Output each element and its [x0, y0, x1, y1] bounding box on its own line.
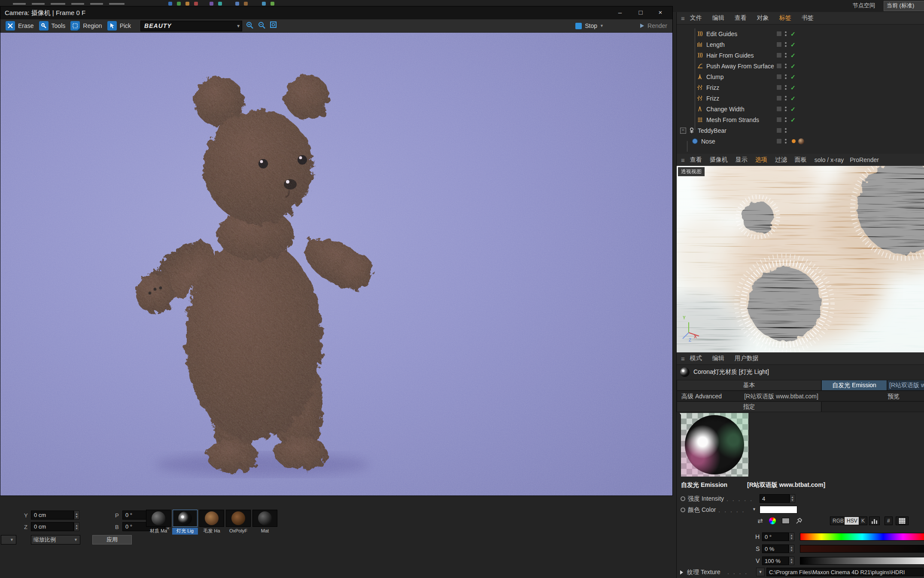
material-thumb-selected[interactable]: [173, 510, 198, 527]
visibility-dots[interactable]: [785, 74, 787, 79]
om-menu-bookmarks[interactable]: 书签: [802, 14, 814, 22]
visibility-dots[interactable]: [785, 53, 787, 58]
zoom-in-icon[interactable]: [246, 21, 254, 31]
layer-swatch[interactable]: [776, 85, 782, 90]
tab-clipped[interactable]: [R站双语版 www: [887, 380, 924, 391]
enable-check-icon[interactable]: ✓: [790, 84, 796, 91]
tab-advanced[interactable]: 高级 Advanced: [681, 393, 722, 401]
hue-stepper[interactable]: ▲▼: [789, 532, 794, 541]
coord-y-input[interactable]: 0 cm: [31, 511, 74, 520]
erase-icon[interactable]: [6, 21, 15, 31]
tag-row-change-width[interactable]: Change Width ✓: [677, 104, 924, 114]
tab-basic[interactable]: 基本: [677, 380, 821, 391]
om-menu-view[interactable]: 查看: [735, 14, 747, 22]
object-row-nose[interactable]: Nose: [677, 136, 924, 147]
intensity-stepper[interactable]: ▲▼: [790, 494, 795, 503]
intensity-input[interactable]: 4: [760, 494, 790, 503]
visibility-dots[interactable]: [785, 85, 787, 90]
swap-colors-icon[interactable]: ⇄: [757, 517, 763, 525]
tab-assign[interactable]: 指定: [677, 401, 821, 412]
window-titlebar[interactable]: Camera: 摄像机 | Frame 0 F – □ ×: [0, 6, 672, 19]
grid-mode-button[interactable]: [896, 517, 909, 525]
perspective-viewport[interactable]: 透视视图 Y X Z: [677, 166, 924, 352]
render-pass-dropdown[interactable]: BEAUTY ▼: [140, 21, 242, 31]
value-slider[interactable]: [800, 557, 924, 565]
me-menu-edit[interactable]: 编辑: [712, 355, 724, 362]
close-button[interactable]: ×: [651, 6, 670, 19]
chevron-down-icon[interactable]: ▼: [600, 24, 604, 28]
erase-button[interactable]: Erase: [18, 22, 34, 29]
layer-swatch[interactable]: [776, 63, 782, 69]
layer-swatch[interactable]: [776, 138, 782, 144]
scale-mode-dropdown[interactable]: 缩放比例▼: [31, 535, 80, 544]
panel-menu-icon[interactable]: ≡: [681, 355, 685, 362]
om-menu-file[interactable]: 文件: [690, 14, 702, 22]
color-wheel-icon[interactable]: [769, 517, 776, 524]
enable-check-icon[interactable]: ✓: [790, 116, 796, 123]
enable-check-icon[interactable]: ✓: [790, 31, 796, 37]
layer-swatch[interactable]: [776, 95, 782, 101]
enable-check-icon[interactable]: ✓: [790, 41, 796, 48]
vp-menu-display[interactable]: 显示: [736, 156, 748, 164]
layer-swatch[interactable]: [776, 106, 782, 112]
coord-z-stepper[interactable]: ▲▼: [74, 522, 79, 531]
enable-check-icon[interactable]: ✓: [790, 95, 796, 102]
maximize-button[interactable]: □: [631, 6, 650, 19]
stop-icon[interactable]: [575, 23, 582, 29]
tools-button[interactable]: Tools: [52, 22, 66, 29]
layer-swatch[interactable]: [776, 42, 782, 47]
enable-check-icon[interactable]: ✓: [790, 73, 796, 80]
enable-check-icon[interactable]: ✓: [790, 63, 796, 70]
vp-menu-view[interactable]: 查看: [690, 156, 702, 164]
saturation-stepper[interactable]: ▲▼: [789, 544, 794, 553]
layer-swatch[interactable]: [776, 128, 782, 133]
gray-swatch-icon[interactable]: [782, 518, 790, 524]
om-menu-object[interactable]: 对象: [757, 14, 769, 22]
visibility-dots[interactable]: [785, 117, 787, 122]
vp-menu-camera[interactable]: 摄像机: [710, 156, 728, 164]
vp-menu-solo-xray[interactable]: solo / x-ray: [815, 156, 844, 163]
tag-row-push-away[interactable]: Push Away From Surface ✓: [677, 61, 924, 71]
visibility-dots[interactable]: [785, 31, 787, 36]
current-layout-dropdown[interactable]: 当前 (标准): [884, 1, 924, 11]
me-menu-mode[interactable]: 模式: [690, 355, 702, 362]
texture-expander-icon[interactable]: [680, 570, 684, 575]
hsv-mode-button[interactable]: HSV: [844, 517, 860, 525]
coord-z-input[interactable]: 0 cm: [31, 522, 74, 531]
node-space-button[interactable]: 节点空间: [853, 2, 875, 9]
saturation-input[interactable]: 0 %: [762, 544, 789, 553]
zoom-fit-icon[interactable]: [270, 21, 278, 31]
material-thumb[interactable]: [199, 510, 224, 527]
visibility-dots[interactable]: [785, 128, 787, 133]
panel-menu-icon[interactable]: ≡: [681, 156, 685, 164]
tag-row-frizz-2[interactable]: Frizz ✓: [677, 93, 924, 104]
hue-slider[interactable]: [800, 533, 924, 541]
visibility-dots[interactable]: [785, 107, 787, 111]
vp-menu-options[interactable]: 选项: [755, 156, 767, 164]
coord-y-stepper[interactable]: ▲▼: [74, 511, 79, 520]
object-row-teddybear[interactable]: − TeddyBear: [677, 125, 924, 136]
material-thumb-label[interactable]: OxPolyF: [225, 528, 251, 535]
tag-row-hair-from-guides[interactable]: Hair From Guides ✓: [677, 50, 924, 61]
material-thumb[interactable]: [146, 510, 171, 527]
om-menu-tags[interactable]: 标签: [779, 14, 791, 22]
collapse-expander-icon[interactable]: −: [680, 128, 686, 134]
visibility-dots[interactable]: [785, 42, 787, 47]
anim-dot-icon[interactable]: [681, 496, 685, 501]
tab-preview[interactable]: 预览: [888, 393, 900, 401]
saturation-slider[interactable]: [800, 545, 924, 553]
panel-menu-icon[interactable]: ≡: [681, 15, 685, 22]
material-thumb-label[interactable]: 材质 Ma: [146, 528, 171, 535]
material-preview-swatch[interactable]: [681, 413, 748, 477]
material-thumb-label[interactable]: 毛发 Ha: [199, 528, 225, 535]
visibility-dots[interactable]: [785, 96, 787, 101]
view-label[interactable]: 透视视图: [678, 167, 705, 176]
levels-mode-button[interactable]: [869, 517, 880, 525]
layer-swatch[interactable]: [776, 52, 782, 58]
material-dot-icon[interactable]: [792, 139, 796, 143]
tag-row-clump[interactable]: Clump ✓: [677, 71, 924, 82]
enable-check-icon[interactable]: ✓: [790, 52, 796, 59]
vp-menu-filter[interactable]: 过滤: [775, 156, 787, 164]
apply-button[interactable]: 应用: [92, 535, 132, 544]
material-name-row[interactable]: Corona灯光材质 [灯光 Light]: [677, 365, 924, 379]
